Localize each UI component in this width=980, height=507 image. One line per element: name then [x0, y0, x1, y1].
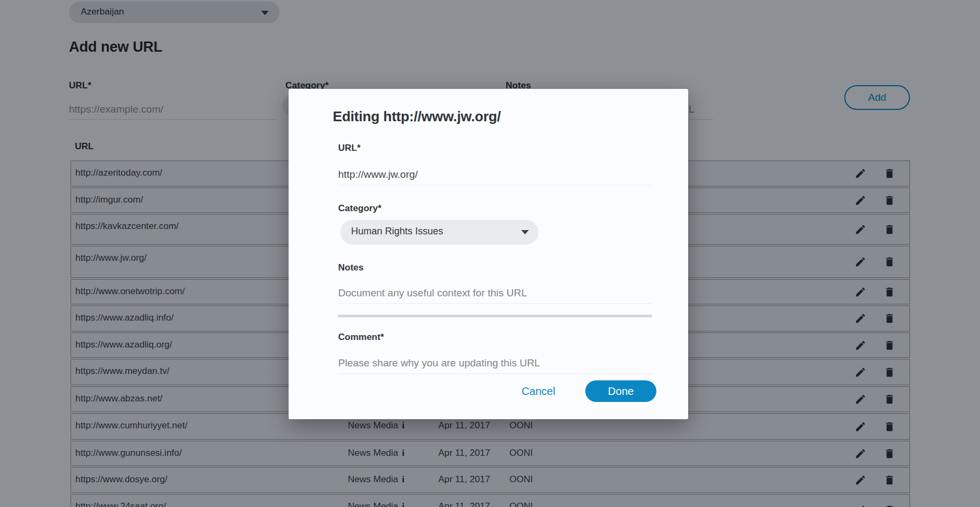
app-viewport: Azerbaijan Add new URL URL* Category* No…: [0, 0, 980, 507]
modal-comment-input[interactable]: [338, 353, 652, 374]
chevron-down-icon: [521, 230, 529, 234]
modal-notes-label: Notes: [338, 262, 363, 273]
done-button[interactable]: Done: [585, 380, 656, 402]
modal-comment-label: Comment*: [338, 332, 384, 343]
modal-category-select[interactable]: Human Rights Issues: [340, 220, 538, 245]
edit-url-modal: Editing http://www.jw.org/ URL* Category…: [289, 89, 688, 419]
modal-category-label: Category*: [338, 203, 381, 214]
cancel-button[interactable]: Cancel: [506, 380, 571, 402]
modal-category-value: Human Rights Issues: [351, 226, 443, 237]
modal-notes-input[interactable]: [338, 283, 652, 304]
modal-title: Editing http://www.jw.org/: [333, 108, 501, 125]
modal-url-input[interactable]: [338, 164, 652, 185]
modal-divider: [338, 315, 652, 317]
modal-url-label: URL*: [338, 143, 361, 154]
